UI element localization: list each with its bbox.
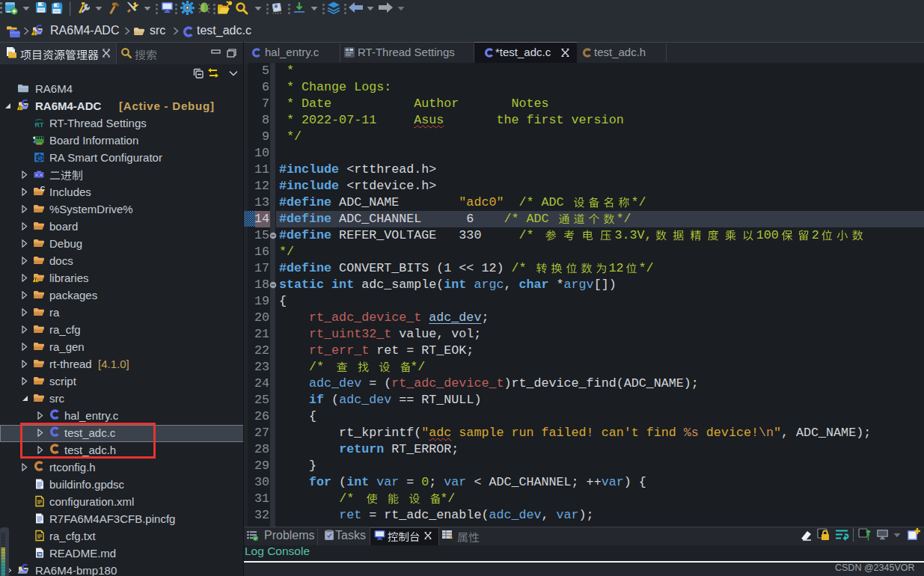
svg-text:S: S: [38, 155, 41, 162]
svg-text:W: W: [38, 552, 43, 557]
svg-text:RT: RT: [35, 121, 44, 129]
svg-text:C: C: [40, 186, 45, 192]
